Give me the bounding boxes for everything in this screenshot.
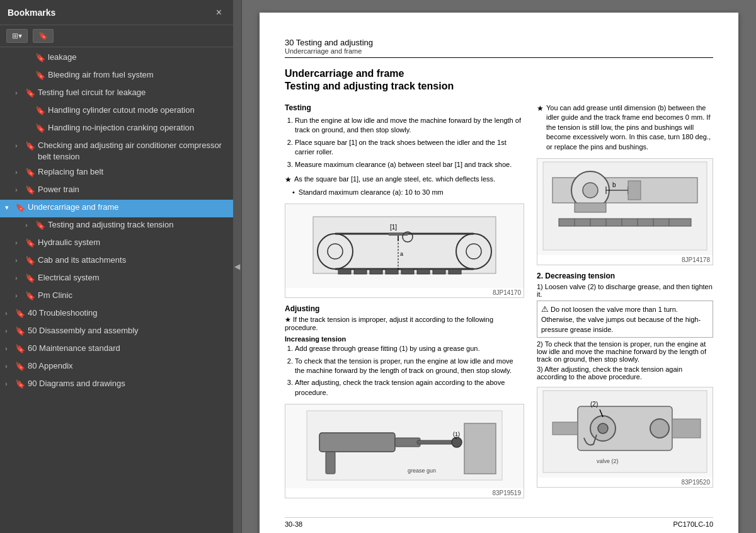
item-label: leakage [48,52,228,63]
pdf-page: 30 Testing and adjusting Undercarriage a… [260,13,738,533]
list-item[interactable]: 🔖 Power train [0,182,233,200]
item-label: Cab and its attachments [38,255,228,266]
close-button[interactable]: × [212,6,226,20]
collapse-sidebar-button[interactable]: ◀ [233,0,242,533]
increasing-step-2: To check that the tension is proper, run… [295,357,524,376]
svg-point-53 [650,419,669,438]
svg-rect-8 [354,269,367,274]
item-label: Electrical system [38,272,228,284]
svg-rect-0 [313,217,496,273]
list-item[interactable]: 🔖 Cab and its attachments [0,253,233,270]
svg-rect-35 [575,203,606,212]
bookmark-icon: 🔖 [35,105,45,117]
svg-rect-13 [433,269,445,274]
sidebar-title: Bookmarks [8,8,55,18]
svg-point-52 [598,423,608,433]
main-content: ◀ 30 Testing and adjusting Undercarriage… [233,0,756,533]
svg-text:valve (2): valve (2) [597,458,619,464]
item-label: Undercarriage and frame [28,202,228,213]
svg-text:[1]: [1] [390,224,397,231]
list-item[interactable]: 🔖 90 Diagrams and drawings [0,376,233,394]
testing-step-2: Place square bar [1] on the track shoes … [295,138,524,158]
svg-text:b: b [612,181,616,188]
right-column: ★ You can add grease until dimension (b)… [537,101,713,505]
increasing-heading: Increasing tension [285,335,524,343]
right-note: ★ You can add grease until dimension (b)… [537,103,713,152]
svg-rect-57 [672,419,701,438]
svg-rect-40 [628,181,641,200]
item-label: 80 Appendix [28,360,228,372]
section-sub: Undercarriage and frame [285,47,373,55]
right-diagram-box: b 8JP14178 [537,158,713,265]
sidebar-content: 🔖 leakage 🔖 Bleeding air from fuel syste… [0,47,233,533]
expand-arrow [15,185,25,195]
track-diagram-svg: [1] a [285,204,524,286]
list-item[interactable]: 🔖 Testing fuel circuit for leakage [0,85,233,103]
svg-rect-25 [326,452,335,474]
list-item[interactable]: 🔖 Electrical system [0,270,233,288]
grease-diagram-svg: (1) grease gun [285,404,524,486]
expand-arrow [15,291,25,301]
bookmark-icon: 🔖 [25,140,35,152]
diagram2-caption: 8JP14178 [537,255,713,265]
expand-arrow [15,238,25,248]
increasing-steps-list: Add grease through grease fitting (1) by… [285,344,524,398]
valve-diagram-box: (2) valve (2) 83P19520 [537,387,713,488]
testing-note: ★ As the square bar [1], use an angle st… [285,175,524,185]
decreasing-step2: 2) To check that the tension is proper, … [537,340,713,363]
list-item[interactable]: 🔖 Pm Clinic [0,288,233,306]
adjusting-note: ★ If the track tension is improper, adju… [285,316,524,331]
list-item[interactable]: 🔖 Bleeding air from fuel system [0,67,233,85]
item-label: 60 Maintenance standard [28,343,228,354]
svg-rect-10 [386,269,398,274]
list-item[interactable]: 🔖 Testing and adjusting track tension [0,217,233,235]
item-label: Handling no-injection cranking operation [48,122,228,134]
expand-arrow [5,309,15,318]
list-item[interactable]: 🔖 80 Appendix [0,358,233,376]
grease-diagram-box: (1) grease gun 83P19519 [285,404,524,498]
list-item-undercarriage[interactable]: 🔖 Undercarriage and frame [0,200,233,217]
content-title: Undercarriage and frame [285,68,713,79]
list-item[interactable]: 🔖 60 Maintenance standard [0,341,233,358]
svg-rect-22 [319,433,395,452]
bookmark-icon: 🔖 [15,343,25,355]
list-item[interactable]: 🔖 Checking and adjusting air conditioner… [0,138,233,164]
testing-step-1: Run the engine at low idle and move the … [295,116,524,135]
bookmark-icon: 🔖 [15,379,25,390]
star-icon: ★ [285,175,292,185]
sidebar-toolbar: ⊞▾ 🔖 [0,25,233,47]
page-area[interactable]: 30 Testing and adjusting Undercarriage a… [242,0,756,533]
svg-text:a: a [400,251,403,257]
svg-rect-31 [543,162,707,250]
right-diagram-svg: b [537,159,713,253]
bookmark-icon: 🔖 [15,361,25,372]
valve-diagram-svg: (2) valve (2) [537,387,713,476]
item-label: Bleeding air from fuel system [48,69,228,81]
item-label: Pm Clinic [38,290,228,301]
bookmark-icon: 🔖 [15,308,25,319]
bookmark-icon: 🔖 [25,185,35,196]
testing-step-3: Measure maximum clearance (a) between st… [295,160,524,169]
list-item[interactable]: 🔖 Handling no-injection cranking operati… [0,120,233,138]
diagram4-caption: 83P19520 [537,478,713,487]
svg-rect-12 [417,269,430,274]
list-item[interactable]: 🔖 40 Troubleshooting [0,306,233,323]
layout-toggle-button[interactable]: ⊞▾ [6,29,28,43]
list-item[interactable]: 🔖 50 Disassembly and assembly [0,323,233,341]
list-item[interactable]: 🔖 Hydraulic system [0,235,233,253]
expand-arrow [15,273,25,283]
svg-point-34 [583,183,598,198]
decreasing-sub: 1) Loosen valve (2) to discharge grease,… [537,283,713,298]
section-number: 30 Testing and adjusting [285,38,373,47]
track-diagram-box: [1] a 8JP14170 [285,203,524,298]
star-icon: ★ [537,103,544,152]
list-item[interactable]: 🔖 Replacing fan belt [0,164,233,182]
bookmark-view-button[interactable]: 🔖 [33,29,54,43]
expand-arrow [5,203,15,212]
content-subtitle: Testing and adjusting track tension [285,81,713,92]
note-text: As the square bar [1], use an angle stee… [294,175,495,185]
list-item[interactable]: 🔖 leakage [0,50,233,67]
list-item[interactable]: 🔖 Handling cylinder cutout mode operatio… [0,103,233,120]
svg-rect-41 [559,219,691,226]
increasing-step-1: Add grease through grease fitting (1) by… [295,344,524,353]
